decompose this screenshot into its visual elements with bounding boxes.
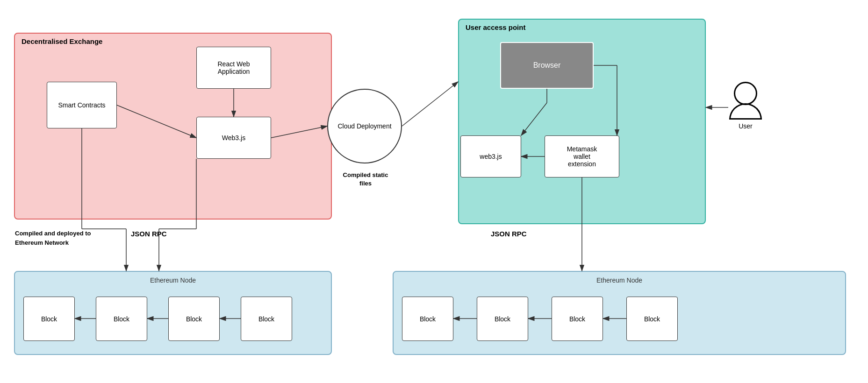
user-icon: User (729, 82, 762, 130)
user-head (734, 82, 757, 105)
json-rpc-left-label: JSON RPC (131, 230, 167, 238)
diagram-container: Decentralised Exchange User access point… (0, 0, 868, 383)
cloud-sublabel: Compiled static files (319, 170, 412, 187)
react-web-app-box: React Web Application (196, 47, 271, 89)
block5: Block (402, 297, 453, 341)
block7: Block (552, 297, 603, 341)
eth-node-right-label: Ethereum Node (394, 277, 845, 284)
metamask-box: Metamask wallet extension (545, 135, 619, 177)
eth-node-left-label: Ethereum Node (15, 277, 331, 284)
block2: Block (96, 297, 147, 341)
browser-box: Browser (500, 42, 594, 89)
cloud-circle: Cloud Deployment (327, 89, 402, 163)
json-rpc-right-label: JSON RPC (491, 230, 527, 238)
block8: Block (626, 297, 678, 341)
user-body (729, 103, 762, 120)
web3js-left-box: Web3.js (196, 117, 271, 159)
block3: Block (168, 297, 220, 341)
svg-line-3 (402, 82, 458, 126)
user-access-label: User access point (466, 23, 525, 31)
web3js-right-box: web3.js (460, 135, 521, 177)
block1: Block (23, 297, 75, 341)
block6: Block (477, 297, 528, 341)
block4: Block (241, 297, 292, 341)
smart-contracts-box: Smart Contracts (47, 82, 117, 128)
dex-label: Decentralised Exchange (22, 37, 102, 45)
compiled-deployed-label: Compiled and deployed to Ethereum Networ… (15, 229, 108, 247)
user-label: User (739, 122, 753, 130)
section-ethereum-right: Ethereum Node (393, 271, 846, 355)
